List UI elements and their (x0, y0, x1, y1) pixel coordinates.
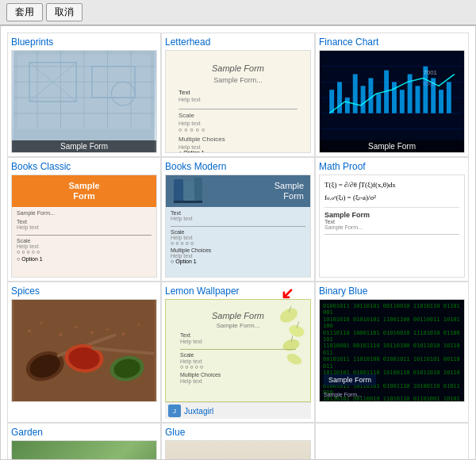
template-item-finance-chart[interactable]: Finance Chart (315, 33, 469, 157)
bm-scale-label: Scale (171, 229, 305, 235)
lh-help-text: Help text (178, 97, 298, 102)
lemon-scale-help: Help text (172, 358, 304, 364)
binary-blue-title[interactable]: Binary Blue (319, 286, 465, 297)
main-container: Blueprints (0, 25, 476, 460)
lh-scale-label: Scale (178, 112, 298, 119)
bc-content: Sample Form... Text Help text Scale Help… (12, 207, 156, 265)
blueprints-title[interactable]: Blueprints (11, 36, 157, 48)
lh-scale-help: Help text (178, 121, 298, 126)
math-proof-title[interactable]: Math Proof (319, 161, 465, 172)
binary-sub-label: Sample Form... (324, 392, 460, 397)
books-modern-preview: Sample Form Text Help text Scale Help te… (165, 174, 311, 278)
bc-help: Help text (17, 224, 152, 230)
bc-scale: Scale (17, 238, 152, 243)
lh-mc-label: Multiple Choices (178, 136, 298, 143)
bm-blue-bar: Sample Form (166, 175, 310, 207)
template-item-empty (315, 423, 469, 460)
svg-rect-32 (408, 75, 413, 113)
books-modern-title[interactable]: Books Modern (165, 161, 311, 172)
svg-point-59 (121, 332, 125, 335)
garden-preview (11, 440, 157, 460)
juxtagirl-bar: J Juxtagirl (165, 402, 311, 419)
letterhead-title[interactable]: Letterhead (165, 36, 311, 48)
svg-rect-23 (337, 82, 342, 113)
math-formula: T(ξ) = ∂/∂θ ∫T(ξ)f(x,θ)dx fσ,σ²(ξi) = (ξ… (324, 180, 396, 202)
svg-point-57 (90, 331, 94, 334)
bm-content: Text Help text Scale Help text ○○○○○ Mul… (166, 207, 310, 267)
bm-mc-label: Multiple Choices (171, 247, 305, 253)
finance-chart-title[interactable]: Finance Chart (319, 36, 465, 48)
glue-title[interactable]: Glue (165, 427, 311, 438)
svg-rect-31 (400, 90, 405, 113)
lemon-wrapper: Sample Form Sample Form... Text Help tex… (165, 299, 311, 402)
bm-mc-help: Help text (171, 253, 305, 259)
template-item-spices[interactable]: Spices (7, 282, 161, 423)
bc-line2: Form (73, 191, 95, 201)
spices-preview (11, 299, 157, 402)
apply-button[interactable]: 套用 (6, 3, 43, 21)
lemon-mc-help: Help text (172, 378, 304, 384)
template-grid: Blueprints (7, 33, 469, 423)
juxtagirl-icon: J (168, 404, 181, 417)
svg-rect-28 (376, 94, 381, 113)
math-line (324, 230, 459, 235)
template-item-letterhead[interactable]: Letterhead Sample Form Sample Form... Te… (161, 33, 315, 157)
lh-mc-help: Help text (178, 144, 298, 150)
template-item-books-modern[interactable]: Books Modern Sample Form (161, 157, 315, 282)
letterhead-preview: Sample Form Sample Form... Text Help tex… (165, 50, 311, 153)
template-item-blueprints[interactable]: Blueprints (7, 33, 161, 157)
lemon-field-line (180, 344, 296, 350)
binary-preview: 01001011 10110101 00110010 11010110 0110… (319, 299, 465, 402)
lemon-scale-label: Scale (172, 352, 304, 358)
bc-scale-help: Help text (17, 243, 152, 249)
template-item-garden[interactable]: Garden (7, 423, 161, 460)
bm-scale-help: Help text (171, 235, 305, 240)
books-classic-title[interactable]: Books Classic (11, 161, 157, 172)
lemon-preview: Sample Form Sample Form... Text Help tex… (165, 299, 311, 402)
spices-title[interactable]: Spices (11, 286, 157, 297)
svg-rect-27 (368, 78, 373, 113)
bm-option: ○ Option 1 (171, 259, 305, 264)
garden-title[interactable]: Garden (11, 427, 157, 438)
svg-rect-43 (174, 201, 202, 203)
bottom-row: Garden (7, 423, 469, 460)
glue-preview: Sample Form Sample Form... (165, 440, 311, 460)
math-field-text: Text (324, 219, 459, 224)
lh-line (178, 103, 298, 109)
lemon-form-subtitle: Sample Form... (172, 322, 304, 329)
bc-orange-bar: Sample Form (12, 175, 156, 207)
bc-form-label: Sample Form... (17, 210, 152, 216)
svg-point-54 (40, 322, 42, 324)
toolbar: 套用 取消 (0, 0, 476, 25)
finance-preview-label: Sample Form (320, 140, 464, 152)
blueprints-preview: Sample Form (11, 50, 157, 153)
lemon-help: Help text (172, 339, 304, 344)
binary-preview-label: Sample Form (324, 374, 376, 385)
juxtagirl-link[interactable]: Juxtagirl (184, 407, 213, 416)
template-item-glue[interactable]: Glue Sample Form Sample Form... (161, 423, 315, 460)
math-preview: T(ξ) = ∂/∂θ ∫T(ξ)f(x,θ)dx fσ,σ²(ξi) = (ξ… (319, 174, 465, 278)
svg-rect-30 (392, 82, 397, 113)
bc-form-text: Sample Form (68, 181, 99, 201)
template-item-lemon-wallpaper[interactable]: Lemon Wallpaper (161, 282, 315, 423)
blueprints-preview-label: Sample Form (12, 140, 156, 152)
template-item-binary-blue[interactable]: Binary Blue 01001011 10110101 00110010 1… (315, 282, 469, 423)
binary-text-content: 01001011 10110101 00110010 11010110 0110… (320, 300, 464, 402)
lemon-form-title: Sample Form (172, 306, 304, 322)
lemon-mc-label: Multiple Choices (172, 372, 304, 378)
lh-form-subtitle: Sample Form... (178, 76, 298, 84)
template-item-math-proof[interactable]: Math Proof T(ξ) = ∂/∂θ ∫T(ξ)f(x,θ)dx fσ,… (315, 157, 469, 282)
svg-point-58 (106, 328, 109, 331)
svg-point-60 (137, 324, 140, 326)
svg-rect-36 (439, 90, 443, 113)
svg-rect-24 (345, 98, 350, 113)
svg-point-55 (59, 333, 62, 336)
svg-text:6500: 6500 (423, 81, 435, 86)
math-preview-label: Sample Form (324, 211, 459, 219)
bm-field-line (171, 221, 305, 227)
svg-rect-25 (353, 75, 358, 113)
svg-rect-33 (416, 86, 420, 113)
bm-help: Help text (171, 216, 305, 221)
cancel-button[interactable]: 取消 (46, 3, 83, 21)
template-item-books-classic[interactable]: Books Classic Sample Form Sample Form...… (7, 157, 161, 282)
